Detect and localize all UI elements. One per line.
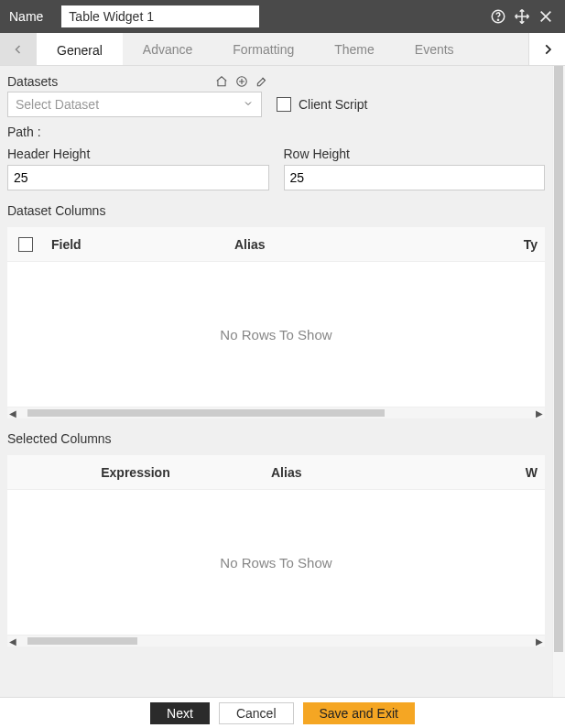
name-label: Name xyxy=(9,9,43,24)
title-bar: Name xyxy=(0,0,565,33)
close-icon[interactable] xyxy=(536,6,556,27)
col-alias[interactable]: Alias xyxy=(227,237,465,252)
scroll-right-icon[interactable]: ▶ xyxy=(534,636,545,647)
header-height-label: Header Height xyxy=(7,147,269,161)
home-icon[interactable] xyxy=(213,73,230,90)
tab-label: Advance xyxy=(143,42,192,57)
grid-header: Expression Alias W xyxy=(7,455,545,490)
scroll-left-icon[interactable]: ◀ xyxy=(7,408,18,418)
add-icon[interactable] xyxy=(234,73,250,90)
dataset-columns-label: Dataset Columns xyxy=(7,203,545,218)
scroll-thumb[interactable] xyxy=(27,637,137,645)
grid-hscroll-2[interactable]: ◀ ▶ xyxy=(7,636,545,647)
vertical-scrollbar[interactable]: ▼ xyxy=(552,66,565,728)
cancel-button[interactable]: Cancel xyxy=(219,702,294,724)
tab-formatting[interactable]: Formatting xyxy=(212,33,314,65)
grid-hscroll[interactable]: ◀ ▶ xyxy=(7,407,545,418)
svg-point-1 xyxy=(497,19,498,20)
footer: Next Cancel Save and Exit xyxy=(0,697,565,728)
header-height-input[interactable] xyxy=(7,165,269,190)
tab-general[interactable]: General xyxy=(37,33,123,65)
tab-events[interactable]: Events xyxy=(395,33,474,65)
scroll-left-icon[interactable]: ◀ xyxy=(7,636,18,647)
scroll-thumb[interactable] xyxy=(27,409,385,417)
scroll-right-icon[interactable]: ▶ xyxy=(534,408,545,418)
tabs-next[interactable] xyxy=(528,33,565,65)
tabs-prev[interactable] xyxy=(0,33,37,65)
row-height-input[interactable] xyxy=(284,165,546,190)
col-field[interactable]: Field xyxy=(44,237,227,252)
tab-label: Events xyxy=(415,42,454,57)
col-expression[interactable]: Expression xyxy=(7,465,264,480)
tab-label: Formatting xyxy=(233,42,294,57)
grid-empty: No Rows To Show xyxy=(7,262,545,407)
save-and-exit-button[interactable]: Save and Exit xyxy=(303,702,415,724)
chevron-down-icon xyxy=(243,97,254,112)
dataset-select-placeholder: Select Dataset xyxy=(16,97,99,112)
scroll-thumb[interactable] xyxy=(554,66,563,652)
dataset-columns-grid: Field Alias Ty No Rows To Show xyxy=(7,227,545,407)
edit-icon[interactable] xyxy=(254,73,270,90)
help-icon[interactable] xyxy=(488,6,508,27)
grid-header: Field Alias Ty xyxy=(7,227,545,262)
grid-empty: No Rows To Show xyxy=(7,490,545,635)
tabs-row: General Advance Formatting Theme Events xyxy=(0,33,565,66)
tab-advance[interactable]: Advance xyxy=(123,33,212,65)
client-script-checkbox[interactable] xyxy=(277,97,291,112)
content-panel: Datasets Select Dataset xyxy=(0,66,552,728)
select-all-checkbox[interactable] xyxy=(18,237,33,252)
name-input[interactable] xyxy=(61,5,259,27)
datasets-label: Datasets xyxy=(7,74,58,89)
client-script-label: Client Script xyxy=(299,97,367,112)
col-alias[interactable]: Alias xyxy=(264,465,465,480)
selected-columns-label: Selected Columns xyxy=(7,431,545,446)
dataset-select[interactable]: Select Dataset xyxy=(7,92,262,117)
col-w[interactable]: W xyxy=(465,465,545,480)
tab-label: General xyxy=(57,43,103,58)
tab-theme[interactable]: Theme xyxy=(314,33,395,65)
selected-columns-grid: Expression Alias W No Rows To Show xyxy=(7,455,545,636)
path-label: Path : xyxy=(7,125,41,139)
tab-label: Theme xyxy=(334,42,375,57)
col-type[interactable]: Ty xyxy=(465,237,545,252)
row-height-label: Row Height xyxy=(284,147,546,161)
move-icon[interactable] xyxy=(512,6,532,27)
next-button[interactable]: Next xyxy=(150,702,210,724)
